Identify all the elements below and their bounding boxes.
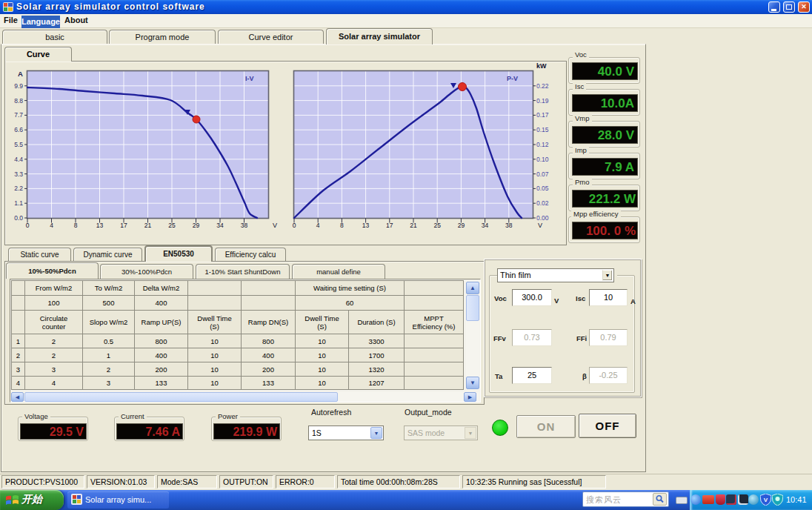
svg-text:0.02: 0.02	[536, 199, 549, 207]
svg-text:P-V: P-V	[507, 75, 518, 82]
svg-text:6.6: 6.6	[14, 126, 23, 133]
svg-text:0.0: 0.0	[14, 214, 23, 222]
svg-text:4.4: 4.4	[14, 156, 23, 163]
svg-text:0.19: 0.19	[536, 97, 549, 105]
svg-text:V: V	[538, 222, 542, 229]
svg-text:V: V	[764, 497, 768, 503]
svg-text:0.10: 0.10	[536, 156, 549, 163]
svg-text:9.9: 9.9	[14, 82, 23, 90]
svg-text:0.17: 0.17	[536, 111, 549, 119]
svg-text:0.15: 0.15	[536, 126, 549, 133]
svg-text:7.7: 7.7	[14, 111, 23, 119]
svg-text:0.05: 0.05	[536, 185, 549, 192]
svg-text:A: A	[18, 70, 23, 78]
svg-text:5.5: 5.5	[14, 141, 23, 148]
svg-text:2.2: 2.2	[14, 185, 23, 192]
svg-text:1.1: 1.1	[14, 199, 23, 207]
svg-text:3.3: 3.3	[14, 170, 23, 178]
svg-text:8.8: 8.8	[14, 97, 23, 105]
svg-text:0.00: 0.00	[536, 214, 549, 222]
svg-text:V: V	[273, 222, 277, 229]
svg-text:0.22: 0.22	[536, 82, 549, 90]
svg-text:kW: kW	[536, 62, 547, 70]
svg-text:0.07: 0.07	[536, 170, 549, 178]
svg-text:I-V: I-V	[245, 75, 254, 82]
svg-text:0.12: 0.12	[536, 141, 549, 148]
